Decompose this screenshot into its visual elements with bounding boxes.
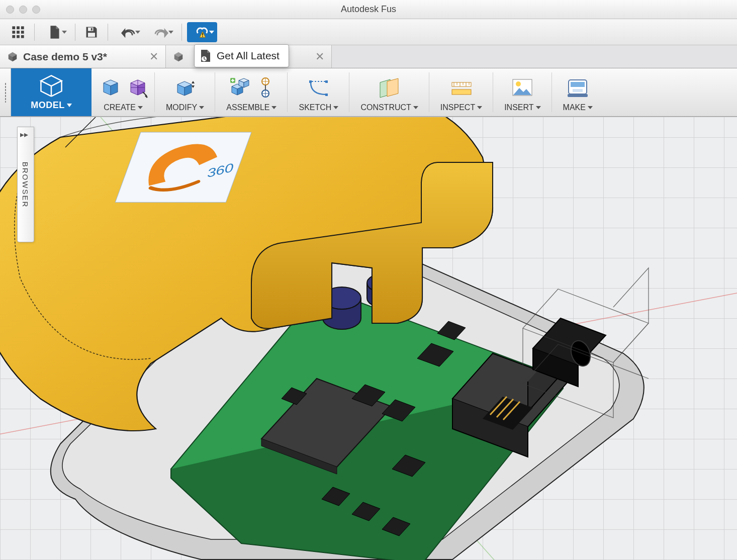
- document-tab-label: Case demo 5 v3*: [23, 51, 107, 63]
- svg-rect-5: [21, 31, 24, 34]
- new-component-icon: [229, 76, 252, 100]
- quick-access-toolbar: [0, 19, 737, 45]
- xref-dropdown-menu: Get All Latest: [194, 44, 289, 67]
- close-tab-icon[interactable]: ✕: [149, 50, 158, 63]
- browser-expand-icon[interactable]: ▸▸: [20, 130, 28, 139]
- chevron-down-icon: [333, 106, 338, 109]
- chevron-down-icon: [413, 106, 418, 109]
- group-label: ASSEMBLE: [226, 103, 269, 112]
- svg-rect-19: [325, 80, 328, 83]
- xref-update-button[interactable]: [187, 22, 217, 42]
- undo-button[interactable]: [113, 22, 143, 42]
- browser-panel-label: BROWSER: [22, 161, 30, 208]
- chevron-down-icon: [588, 106, 593, 109]
- chevron-down-icon: [67, 104, 72, 107]
- chevron-down-icon: [199, 106, 204, 109]
- svg-rect-2: [21, 26, 24, 29]
- svg-rect-28: [568, 94, 588, 97]
- chevron-down-icon: [271, 106, 277, 109]
- form-primitive-icon: [126, 77, 148, 99]
- app-title: Autodesk Fus: [0, 4, 737, 15]
- svg-rect-9: [88, 27, 94, 31]
- svg-rect-10: [91, 28, 93, 30]
- box-primitive-icon: [99, 77, 121, 99]
- redo-icon: [154, 27, 168, 38]
- svg-rect-6: [12, 35, 15, 38]
- document-tabs: Case demo 5 v3* ✕ ✕: [0, 45, 737, 68]
- svg-rect-3: [12, 31, 15, 34]
- file-refresh-icon: [200, 49, 212, 63]
- group-label: INSERT: [504, 103, 533, 112]
- chevron-down-icon: [477, 106, 482, 109]
- ribbon-group-modify[interactable]: MODIFY: [155, 68, 215, 116]
- chevron-down-icon: [536, 106, 541, 109]
- construction-plane-icon: [377, 76, 402, 100]
- svg-rect-13: [202, 36, 203, 37]
- grid-icon: [11, 25, 25, 39]
- svg-rect-7: [17, 35, 20, 38]
- separator: [75, 24, 75, 41]
- image-icon: [510, 77, 534, 99]
- ribbon-toolbar: MODEL CREATE MODIFY: [0, 68, 737, 117]
- group-label: MAKE: [563, 103, 586, 112]
- svg-rect-21: [452, 82, 471, 86]
- window-controls: [6, 6, 40, 14]
- cube-icon: [173, 51, 184, 62]
- close-window-icon[interactable]: [6, 6, 14, 14]
- chevron-down-icon: [168, 31, 173, 34]
- save-icon: [84, 25, 99, 39]
- svg-rect-4: [17, 31, 20, 34]
- group-label: CREATE: [104, 103, 136, 112]
- 3d-print-icon: [566, 77, 590, 99]
- file-menu-button[interactable]: [40, 22, 70, 42]
- svg-rect-26: [571, 82, 585, 87]
- chevron-down-icon: [209, 31, 214, 34]
- ribbon-grip[interactable]: [0, 68, 11, 116]
- cube-outline-icon: [37, 74, 65, 98]
- model-viewport[interactable]: 360: [0, 117, 737, 560]
- chevron-down-icon: [138, 106, 143, 109]
- joint-icon: [257, 76, 274, 100]
- ribbon-group-assemble[interactable]: ASSEMBLE: [215, 68, 288, 116]
- browser-panel-collapsed[interactable]: BROWSER: [17, 127, 34, 242]
- svg-rect-1: [17, 26, 20, 29]
- svg-rect-12: [202, 33, 203, 35]
- ribbon-group-insert[interactable]: INSERT: [493, 68, 551, 116]
- svg-rect-22: [452, 89, 471, 95]
- close-tab-icon[interactable]: ✕: [315, 50, 324, 63]
- data-panel-button[interactable]: [7, 22, 29, 42]
- group-label: INSPECT: [440, 103, 475, 112]
- chevron-down-icon: [62, 31, 67, 34]
- minimize-window-icon[interactable]: [19, 6, 27, 14]
- ribbon-group-construct[interactable]: CONSTRUCT: [349, 68, 429, 116]
- sketch-icon: [306, 76, 331, 100]
- document-tab-active[interactable]: Case demo 5 v3* ✕: [0, 45, 166, 68]
- separator: [108, 24, 108, 41]
- redo-button[interactable]: [146, 22, 176, 42]
- svg-rect-0: [12, 26, 15, 29]
- separator: [181, 24, 182, 41]
- ribbon-group-create[interactable]: CREATE: [91, 68, 155, 116]
- measure-icon: [449, 76, 474, 100]
- chevron-down-icon: [135, 31, 140, 34]
- svg-rect-27: [573, 89, 583, 92]
- undo-icon: [121, 27, 135, 38]
- cube-icon: [7, 51, 18, 62]
- separator: [34, 24, 35, 41]
- save-button[interactable]: [80, 22, 103, 42]
- ribbon-group-make[interactable]: MAKE: [552, 68, 604, 116]
- ribbon-group-inspect[interactable]: INSPECT: [429, 68, 493, 116]
- group-label: SKETCH: [299, 103, 331, 112]
- file-icon: [48, 25, 61, 40]
- svg-rect-8: [21, 35, 24, 38]
- ribbon-group-sketch[interactable]: SKETCH: [288, 68, 349, 116]
- zoom-window-icon[interactable]: [32, 6, 40, 14]
- svg-point-24: [516, 81, 521, 86]
- group-label: MODIFY: [166, 103, 197, 112]
- menu-item-get-all-latest[interactable]: Get All Latest: [217, 50, 280, 62]
- workspace-label: MODEL: [31, 100, 65, 111]
- group-label: CONSTRUCT: [360, 103, 411, 112]
- svg-rect-11: [88, 33, 95, 37]
- workspace-selector[interactable]: MODEL: [11, 68, 91, 116]
- titlebar: Autodesk Fus: [0, 0, 737, 19]
